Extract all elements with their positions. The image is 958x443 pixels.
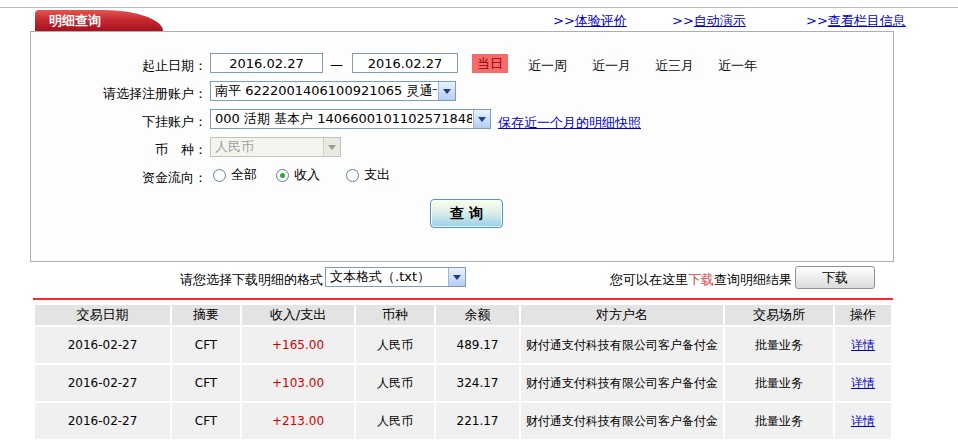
sub-account-select[interactable]: 000 活期 基本户 1406600101102571848	[210, 109, 491, 129]
header-amount: 收入/支出	[242, 305, 354, 325]
download-inline-link[interactable]: 下载	[688, 272, 714, 287]
chevron-down-icon[interactable]	[438, 82, 455, 100]
header-counterparty: 对方户名	[521, 305, 723, 325]
table-row: 2016-02-27 CFT +103.00 人民币 324.17 财付通支付科…	[35, 365, 891, 401]
quick-range-last-year[interactable]: 近一年	[718, 57, 757, 75]
radio-flow-expense[interactable]: 支出	[346, 166, 390, 184]
link-experience-review[interactable]: >>体验评价	[553, 12, 627, 30]
link-prefix: >>	[672, 13, 694, 28]
radio-flow-income[interactable]: 收入	[276, 166, 320, 184]
chevron-down-icon[interactable]	[473, 110, 490, 128]
radio-icon[interactable]	[346, 169, 359, 182]
link-view-column-info[interactable]: >>查看栏目信息	[806, 12, 906, 30]
cell-venue: 批量业务	[725, 365, 833, 401]
radio-icon[interactable]	[213, 169, 226, 182]
table-row: 2016-02-27 CFT +165.00 人民币 489.17 财付通支付科…	[35, 327, 891, 363]
registered-account-label: 请选择注册账户：	[0, 85, 207, 103]
link-label: 体验评价	[575, 13, 627, 28]
download-format-label: 请您选择下载明细的格式	[103, 271, 323, 289]
date-to-input[interactable]	[352, 53, 458, 73]
cell-amount: +213.00	[242, 403, 354, 439]
download-format-select[interactable]: 文本格式（.txt）	[325, 267, 466, 287]
table-header-row: 交易日期 摘要 收入/支出 币种 余额 对方户名 交易场所 操作	[35, 305, 891, 325]
date-separator: —	[330, 57, 343, 72]
cell-action: 详情	[835, 365, 891, 401]
header-summary: 摘要	[172, 305, 240, 325]
cell-currency: 人民币	[356, 327, 434, 363]
date-from-input[interactable]	[210, 53, 323, 73]
header-action: 操作	[835, 305, 891, 325]
registered-account-select[interactable]: 南平 6222001406100921065 灵通卡	[210, 81, 456, 101]
radio-flow-all[interactable]: 全部	[213, 166, 257, 184]
download-format-value: 文本格式（.txt）	[330, 268, 447, 286]
detail-link[interactable]: 详情	[851, 414, 875, 428]
quick-range-last-week[interactable]: 近一周	[528, 57, 567, 75]
cell-amount: +103.00	[242, 365, 354, 401]
table-row: 2016-02-27 CFT +213.00 人民币 221.17 财付通支付科…	[35, 403, 891, 439]
radio-checked-icon[interactable]	[276, 169, 289, 182]
cell-summary: CFT	[172, 365, 240, 401]
download-hint: 您可以在这里下载查询明细结果	[610, 271, 792, 289]
currency-value: 人民币	[215, 138, 322, 156]
header-date: 交易日期	[35, 305, 170, 325]
cell-date: 2016-02-27	[35, 403, 170, 439]
cell-counterparty: 财付通支付科技有限公司客户备付金	[521, 327, 723, 363]
detail-link[interactable]: 详情	[851, 376, 875, 390]
radio-label: 全部	[231, 166, 257, 184]
currency-select-disabled: 人民币	[210, 137, 341, 157]
hint-text: 您可以在这里	[610, 272, 688, 287]
cell-balance: 324.17	[436, 365, 519, 401]
header-venue: 交易场所	[725, 305, 833, 325]
quick-range-last-3-months[interactable]: 近三月	[655, 57, 694, 75]
cell-venue: 批量业务	[725, 327, 833, 363]
cell-summary: CFT	[172, 403, 240, 439]
chevron-down-icon[interactable]	[448, 268, 465, 286]
sub-account-label: 下挂账户：	[0, 113, 207, 131]
cell-currency: 人民币	[356, 365, 434, 401]
link-label: 自动演示	[694, 13, 746, 28]
fund-flow-label: 资金流向：	[0, 169, 207, 187]
today-badge[interactable]: 当日	[472, 54, 508, 73]
tab-detail-query[interactable]: 明细查询	[35, 10, 163, 31]
cell-date: 2016-02-27	[35, 365, 170, 401]
cell-counterparty: 财付通支付科技有限公司客户备付金	[521, 403, 723, 439]
cell-counterparty: 财付通支付科技有限公司客户备付金	[521, 365, 723, 401]
cell-currency: 人民币	[356, 403, 434, 439]
download-button[interactable]: 下载	[795, 266, 875, 289]
results-divider	[33, 298, 893, 300]
detail-link[interactable]: 详情	[851, 338, 875, 352]
cell-date: 2016-02-27	[35, 327, 170, 363]
link-prefix: >>	[553, 13, 575, 28]
currency-label: 币 种：	[0, 141, 207, 159]
cell-summary: CFT	[172, 327, 240, 363]
detail-query-page: 明细查询 >>体验评价 >>自动演示 >>查看栏目信息 起止日期： — 当日 近…	[0, 0, 958, 443]
cell-action: 详情	[835, 403, 891, 439]
chevron-down-icon	[323, 138, 340, 156]
results-table-wrap: 交易日期 摘要 收入/支出 币种 余额 对方户名 交易场所 操作 2016-02…	[33, 303, 893, 441]
header-currency: 币种	[356, 305, 434, 325]
hint-text: 查询明细结果	[714, 272, 792, 287]
cell-action: 详情	[835, 327, 891, 363]
date-range-label: 起止日期：	[0, 57, 207, 75]
query-button[interactable]: 查 询	[430, 199, 503, 228]
link-auto-demo[interactable]: >>自动演示	[672, 12, 746, 30]
radio-label: 支出	[364, 166, 390, 184]
link-label: 查看栏目信息	[828, 13, 906, 28]
link-prefix: >>	[806, 13, 828, 28]
save-snapshot-link[interactable]: 保存近一个月的明细快照	[498, 114, 641, 132]
cell-amount: +165.00	[242, 327, 354, 363]
sub-account-value: 000 活期 基本户 1406600101102571848	[215, 110, 472, 128]
quick-range-last-month[interactable]: 近一月	[592, 57, 631, 75]
cell-balance: 489.17	[436, 327, 519, 363]
cell-balance: 221.17	[436, 403, 519, 439]
registered-account-value: 南平 6222001406100921065 灵通卡	[215, 82, 437, 100]
top-divider	[0, 7, 958, 8]
results-table: 交易日期 摘要 收入/支出 币种 余额 对方户名 交易场所 操作 2016-02…	[33, 303, 893, 441]
tab-title: 明细查询	[49, 13, 101, 28]
header-balance: 余额	[436, 305, 519, 325]
cell-venue: 批量业务	[725, 403, 833, 439]
radio-label: 收入	[294, 166, 320, 184]
